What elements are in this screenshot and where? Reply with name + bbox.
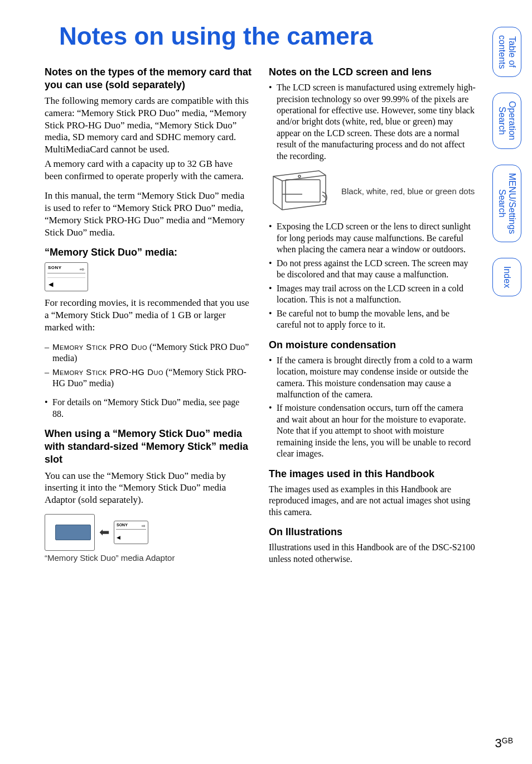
- card-separator: [47, 277, 85, 278]
- memory-stick-figure: SONY ⇨ ◀: [45, 262, 88, 291]
- adaptor-inner: [55, 525, 91, 540]
- brand-pro-duo: Memory Stick PRO Duo: [52, 342, 147, 352]
- page-number: 3GB: [495, 736, 513, 751]
- adaptor-outline: [45, 514, 95, 551]
- details-list: For details on “Memory Stick Duo” media,…: [45, 397, 252, 420]
- adaptor-caption: “Memory Stick Duo” media Adaptor: [45, 553, 252, 564]
- lcd-list-top: The LCD screen is manufactured using ext…: [269, 82, 476, 162]
- list-item: Do not press against the LCD screen. The…: [269, 258, 476, 281]
- list-item: The LCD screen is manufactured using ext…: [269, 82, 476, 162]
- para-images: The images used as examples in this Hand…: [269, 484, 476, 518]
- para-adaptor: You can use the “Memory Stick Duo” media…: [45, 470, 252, 506]
- page-title: Notes on using the camera: [59, 22, 504, 50]
- tab-label: MENU/Settings Search: [497, 173, 518, 234]
- heading-memory-card-types: Notes on the types of the memory card th…: [45, 66, 252, 92]
- heading-lcd: Notes on the LCD screen and lens: [269, 66, 476, 79]
- moisture-list: If the camera is brought directly from a…: [269, 355, 476, 460]
- tab-label: Table of contents: [497, 35, 518, 69]
- para-compatible-cards: The following memory cards are compatibl…: [45, 95, 252, 156]
- list-item: Exposing the LCD screen or the lens to d…: [269, 221, 476, 255]
- sidebar-tabs: Table of contents Operation Search MENU/…: [487, 27, 526, 296]
- card-separator: [47, 273, 85, 273]
- sony-logo-label: SONY: [117, 523, 128, 527]
- list-item: Memory Stick PRO-HG Duo (“Memory Stick P…: [45, 367, 252, 390]
- svg-rect-0: [286, 180, 320, 202]
- brand-pro-hg-duo: Memory Stick PRO-HG Duo: [52, 367, 163, 377]
- tab-label: Operation Search: [497, 101, 518, 140]
- list-item: If the camera is brought directly from a…: [269, 355, 476, 401]
- list-item: Be careful not to bump the movable lens,…: [269, 308, 476, 331]
- card-notch-icon: ⇨: [142, 523, 146, 529]
- card-direction-icon: ◀: [117, 535, 120, 541]
- page-number-value: 3: [495, 736, 502, 750]
- lcd-figure: Black, white, red, blue or green dots: [269, 170, 476, 213]
- lcd-caption: Black, white, red, blue or green dots: [341, 186, 476, 197]
- left-column: Notes on the types of the memory card th…: [45, 66, 252, 573]
- svg-point-1: [298, 175, 301, 177]
- heading-moisture: On moisture condensation: [269, 339, 476, 352]
- heading-images: The images used in this Handbook: [269, 468, 476, 480]
- list-item: Memory Stick PRO Duo (“Memory Stick PRO …: [45, 342, 252, 364]
- heading-slot: When using a “Memory Stick Duo” media wi…: [45, 427, 252, 466]
- para-recording-movies: For recording movies, it is recommended …: [45, 297, 252, 333]
- card-separator: [116, 529, 146, 530]
- para-capacity: A memory card with a capacity up to 32 G…: [45, 158, 252, 182]
- adaptor-figure: ⬅ SONY ⇨ ◀: [45, 514, 252, 551]
- heading-illustrations: On Illustrations: [269, 526, 476, 539]
- tab-index[interactable]: Index: [492, 258, 521, 296]
- tab-operation-search[interactable]: Operation Search: [492, 93, 521, 148]
- card-notch-icon: ⇨: [80, 266, 84, 273]
- page-number-suffix: GB: [502, 736, 513, 745]
- card-small-figure: SONY ⇨ ◀: [114, 521, 148, 544]
- right-column: Notes on the LCD screen and lens The LCD…: [269, 66, 476, 573]
- insert-arrow-icon: ⬅: [99, 525, 109, 540]
- card-direction-icon: ◀: [49, 280, 53, 288]
- lcd-list-bottom: Exposing the LCD screen or the lens to d…: [269, 221, 476, 330]
- content-columns: Notes on the types of the memory card th…: [45, 66, 504, 573]
- list-item: Images may trail across on the LCD scree…: [269, 283, 476, 306]
- sony-logo-label: SONY: [48, 265, 62, 270]
- list-item: If moisture condensation occurs, turn of…: [269, 402, 476, 459]
- camera-icon: [269, 170, 336, 213]
- tab-table-of-contents[interactable]: Table of contents: [492, 27, 521, 77]
- brand-list: Memory Stick PRO Duo (“Memory Stick PRO …: [45, 342, 252, 390]
- para-illustrations: Illustrations used in this Handbook are …: [269, 542, 476, 565]
- list-item: For details on “Memory Stick Duo” media,…: [45, 397, 252, 420]
- para-term-definition: In this manual, the term “Memory Stick D…: [45, 190, 252, 238]
- tab-menu-settings-search[interactable]: MENU/Settings Search: [492, 165, 521, 242]
- tab-label: Index: [502, 266, 512, 288]
- heading-ms-duo: “Memory Stick Duo” media:: [45, 246, 252, 259]
